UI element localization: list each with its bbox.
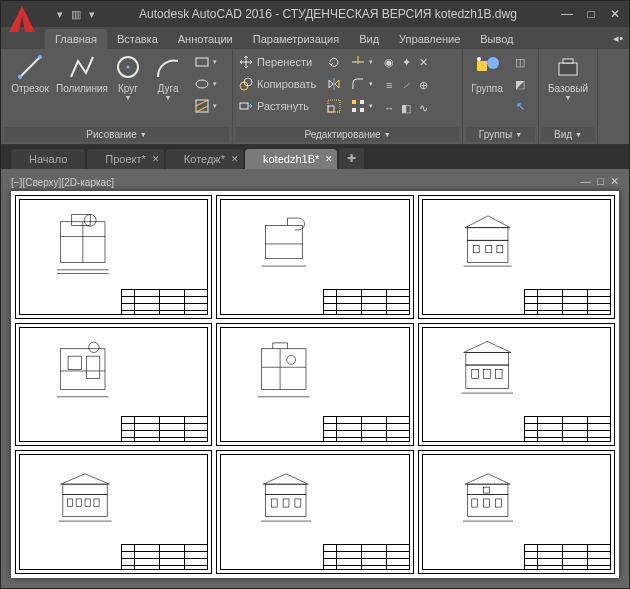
layout-sheet[interactable] [418,450,615,574]
panel-edit-title[interactable]: Редактирование ▼ [236,127,459,142]
panel-groups-title[interactable]: Группы ▼ [466,127,535,142]
array-button[interactable]: ▾ [348,95,375,117]
chevron-down-icon: ▾ [369,102,373,110]
viewport-minimize-button[interactable]: — [580,175,591,188]
doc-tab-project[interactable]: Проект*✕ [87,149,164,169]
layout-sheet[interactable] [15,450,212,574]
rotate-button[interactable] [324,51,344,73]
fillet-icon [350,76,366,92]
minimize-button[interactable]: — [557,5,577,23]
tab-parametric[interactable]: Параметризация [243,29,349,49]
trim-button[interactable]: ▾ [348,51,375,73]
qat: ▾ ▥ ▾ [53,7,99,21]
layout-sheet[interactable] [216,195,413,319]
rectangle-button[interactable]: ▾ [192,51,219,73]
svg-rect-60 [495,370,502,379]
group-select-button[interactable]: ↖ [510,95,530,117]
svg-rect-28 [72,214,90,225]
ribbon-expand-button[interactable]: ◂• [607,28,629,49]
svg-rect-73 [272,499,278,507]
align-button[interactable]: ≡ [381,74,397,96]
svg-marker-64 [61,474,110,484]
erase-button[interactable]: ✕ [415,51,431,73]
doc-tab-kotedzh[interactable]: kotedzh1B*✕ [245,149,337,169]
editpoly-icon: ◧ [398,100,414,116]
paper-space [11,191,619,578]
qat-dropdown-icon[interactable]: ▾ [85,7,99,21]
new-tab-button[interactable]: ✚ [339,148,364,169]
hatch-button[interactable]: ▾ [192,95,219,117]
stretch-button[interactable]: Растянуть [236,95,318,117]
ribbon-tabs: Главная Вставка Аннотации Параметризация… [1,27,629,49]
ungroup-button[interactable]: ◫ [510,51,530,73]
layout-sheet[interactable] [418,195,615,319]
svg-rect-14 [328,106,334,112]
offset-button[interactable]: ◉ [381,51,397,73]
drawing-canvas[interactable]: [−][Сверху][2D-каркас] — □ ✕ [1,169,629,588]
tab-view[interactable]: Вид [349,29,389,49]
svg-rect-26 [563,59,573,63]
fillet-button[interactable]: ▾ [348,73,375,95]
layout-sheet[interactable] [216,323,413,447]
base-view-button[interactable]: Базовый ▼ [542,51,594,103]
close-icon[interactable]: ✕ [231,154,239,164]
svg-rect-80 [471,499,477,507]
qat-menu-icon[interactable]: ▾ [53,7,67,21]
group-edit-button[interactable]: ◩ [510,73,530,95]
close-icon[interactable]: ✕ [152,154,160,164]
maximize-button[interactable]: □ [581,5,601,23]
viewport-restore-button[interactable]: □ [597,175,604,188]
tab-output[interactable]: Вывод [470,29,523,49]
layout-sheet[interactable] [15,323,212,447]
line-icon [16,53,44,81]
svg-point-23 [487,57,499,69]
viewport-label[interactable]: [−][Сверху][2D-каркас] [11,177,114,188]
layout-sheet[interactable] [418,323,615,447]
tab-home[interactable]: Главная [45,29,107,49]
doc-tab-cottage[interactable]: Котедж*✕ [166,149,243,169]
blend-button[interactable]: ∿ [415,97,431,119]
arc-button[interactable]: Дуга ▼ [148,51,188,103]
panel-view-title[interactable]: Вид ▼ [542,127,594,142]
mirror-button[interactable] [324,73,344,95]
groupedit-icon: ◩ [512,76,528,92]
svg-point-7 [196,80,208,88]
tab-insert[interactable]: Вставка [107,29,168,49]
svg-rect-18 [352,100,356,104]
panel-draw-title[interactable]: Рисование ▼ [4,127,229,142]
tab-annotate[interactable]: Аннотации [168,29,243,49]
scale-icon [326,98,342,114]
svg-rect-66 [76,499,81,506]
polyline-button[interactable]: Полилиния [56,51,108,96]
layout-sheet[interactable] [216,450,413,574]
move-button[interactable]: Перенести [236,51,318,73]
qat-layout-icon[interactable]: ▥ [69,7,83,21]
chevron-down-icon: ▾ [213,58,217,66]
scale-button[interactable] [324,95,344,117]
close-button[interactable]: ✕ [605,5,625,23]
svg-rect-63 [63,484,107,494]
svg-rect-44 [61,349,105,390]
doc-tab-start[interactable]: Начало [11,149,85,169]
break-button[interactable]: ⟋ [398,74,414,96]
ellipse-icon [194,76,210,92]
close-icon[interactable]: ✕ [325,154,333,164]
circle-button[interactable]: Круг ▼ [108,51,148,103]
lengthen-button[interactable]: ↔ [381,97,397,119]
tab-manage[interactable]: Управление [389,29,470,49]
svg-point-3 [38,55,42,59]
title-bar: ▾ ▥ ▾ Autodesk AutoCAD 2016 - СТУДЕНЧЕСК… [1,1,629,27]
document-tabs: Начало Проект*✕ Котедж*✕ kotedzh1B*✕ ✚ [1,145,629,169]
explode-button[interactable]: ✦ [398,51,414,73]
app-logo[interactable] [5,2,39,36]
app-window: ▾ ▥ ▾ Autodesk AutoCAD 2016 - СТУДЕНЧЕСК… [0,0,630,589]
chevron-down-icon: ▾ [213,80,217,88]
join-button[interactable]: ⊕ [415,74,431,96]
line-button[interactable]: Отрезок [4,51,56,96]
edit-poly-button[interactable]: ◧ [398,97,414,119]
group-button[interactable]: Группа [466,51,508,96]
layout-sheet[interactable] [15,195,212,319]
ellipse-button[interactable]: ▾ [192,73,219,95]
copy-button[interactable]: Копировать [236,73,318,95]
viewport-close-button[interactable]: ✕ [610,175,619,188]
